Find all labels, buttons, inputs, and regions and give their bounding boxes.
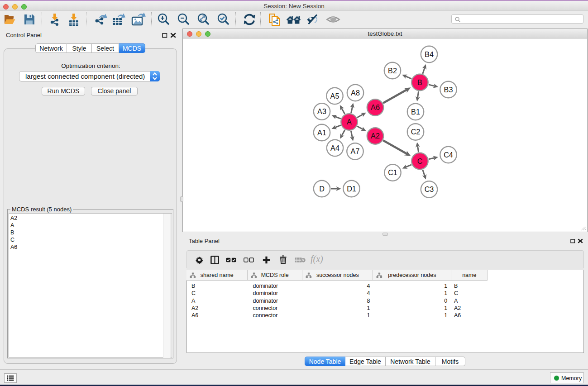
svg-text:D: D bbox=[319, 185, 325, 193]
svg-text:A2: A2 bbox=[371, 132, 380, 140]
svg-text:A4: A4 bbox=[330, 144, 339, 152]
svg-text:B1: B1 bbox=[411, 108, 420, 116]
svg-text:A1: A1 bbox=[317, 129, 326, 137]
svg-text:C3: C3 bbox=[425, 185, 434, 193]
svg-text:B: B bbox=[417, 78, 422, 86]
svg-text:A7: A7 bbox=[351, 147, 360, 155]
svg-text:A6: A6 bbox=[371, 103, 380, 111]
svg-text:A: A bbox=[347, 118, 352, 126]
svg-text:C4: C4 bbox=[444, 151, 453, 159]
svg-text:B3: B3 bbox=[444, 86, 453, 94]
svg-text:B4: B4 bbox=[425, 50, 434, 58]
svg-text:C1: C1 bbox=[388, 168, 397, 176]
svg-text:B2: B2 bbox=[388, 67, 397, 75]
svg-text:A8: A8 bbox=[351, 89, 360, 97]
svg-text:C2: C2 bbox=[411, 128, 421, 136]
svg-text:D1: D1 bbox=[347, 185, 356, 193]
svg-text:C: C bbox=[417, 157, 423, 165]
svg-text:A3: A3 bbox=[317, 107, 326, 115]
svg-text:A5: A5 bbox=[330, 92, 339, 100]
